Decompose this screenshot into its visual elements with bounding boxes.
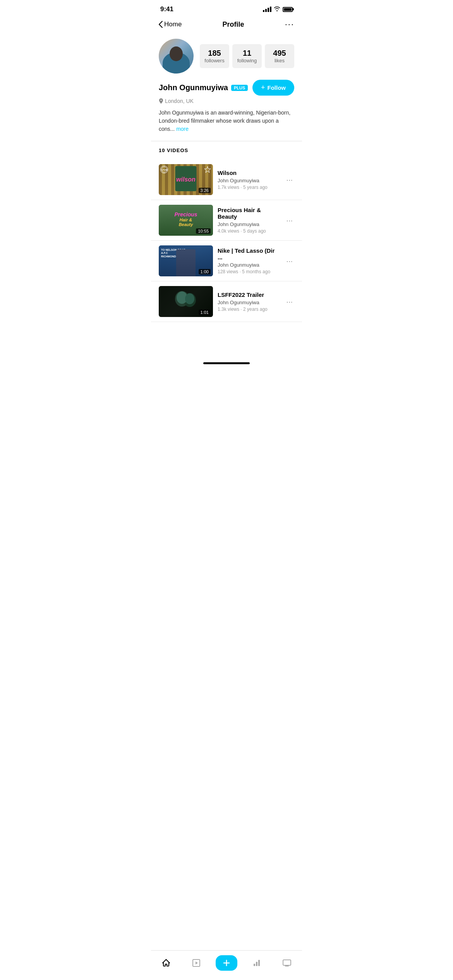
list-item[interactable]: Precious Hair & Beauty 10:55 Precious Ha… <box>151 200 302 241</box>
plus-badge: PLUS <box>231 85 248 91</box>
status-icons <box>263 6 293 12</box>
follow-button[interactable]: + Follow <box>252 80 294 96</box>
stat-following[interactable]: 11 following <box>232 44 262 68</box>
plus-icon: + <box>261 84 265 92</box>
video-meta: 1.7k views · 5 years ago <box>218 185 280 190</box>
video-author: John Ogunmuyiwa <box>218 221 280 227</box>
list-item[interactable]: TO NELSON ROADA.F.CRICHMOND 1:00 Nike | … <box>151 241 302 281</box>
battery-icon <box>283 7 293 12</box>
video-info: Wilson John Ogunmuyiwa 1.7k views · 5 ye… <box>218 170 280 190</box>
videos-section: 10 VIDEOS <box>151 141 302 153</box>
profile-bio: John Ogunmuyiwa is an award-winning, Nig… <box>159 109 294 133</box>
location-text: London, UK <box>165 98 194 104</box>
video-author: John Ogunmuyiwa <box>218 178 280 183</box>
followers-label: followers <box>203 58 226 63</box>
likes-label: likes <box>268 58 291 63</box>
wifi-icon <box>274 6 280 12</box>
video-meta: 128 views · 5 months ago <box>218 269 280 274</box>
profile-name: John Ogunmuyiwa <box>159 83 228 92</box>
video-title: LSFF2022 Trailer <box>218 291 280 298</box>
video-author: John Ogunmuyiwa <box>218 300 280 305</box>
video-more-button[interactable]: ··· <box>285 255 294 267</box>
following-count: 11 <box>235 49 259 58</box>
avatar[interactable] <box>159 39 194 74</box>
list-item[interactable]: 1:01 LSFF2022 Trailer John Ogunmuyiwa 1.… <box>151 281 302 322</box>
video-more-button[interactable]: ··· <box>285 296 294 308</box>
svg-marker-2 <box>204 166 211 173</box>
video-title: Nike | Ted Lasso (Dir ... <box>218 247 280 260</box>
video-duration: 1:00 <box>199 269 211 274</box>
more-button[interactable]: ··· <box>285 19 294 29</box>
svg-point-7 <box>185 293 194 304</box>
video-author: John Ogunmuyiwa <box>218 262 280 268</box>
wilson-label: wilson <box>176 176 196 183</box>
status-time: 9:41 <box>160 5 173 13</box>
video-duration: 1:01 <box>199 310 211 315</box>
video-info: Precious Hair & Beauty John Ogunmuyiwa 4… <box>218 207 280 234</box>
video-meta: 4.0k views · 5 days ago <box>218 228 280 234</box>
video-title: Wilson <box>218 170 280 176</box>
signal-icon <box>263 7 271 12</box>
videos-header: 10 VIDEOS <box>159 147 294 153</box>
nav-bar: Home Profile ··· <box>151 16 302 34</box>
profile-section: 185 followers 11 following 495 likes Joh… <box>151 34 302 141</box>
video-more-button[interactable]: ··· <box>285 174 294 186</box>
back-button[interactable]: Home <box>159 21 182 28</box>
list-item[interactable]: wilson FUTURE 2018 3:26 Wilson John Ogun… <box>151 159 302 200</box>
video-thumbnail: 1:01 <box>159 286 213 317</box>
follow-label: Follow <box>268 84 286 91</box>
back-label: Home <box>164 21 182 28</box>
video-title: Precious Hair & Beauty <box>218 207 280 220</box>
chevron-left-icon <box>159 21 163 28</box>
home-indicator <box>151 361 302 367</box>
video-info: Nike | Ted Lasso (Dir ... John Ogunmuyiw… <box>218 247 280 274</box>
likes-count: 495 <box>268 49 291 58</box>
stat-followers[interactable]: 185 followers <box>200 44 229 68</box>
stats-container: 185 followers 11 following 495 likes <box>200 44 294 68</box>
video-duration: 10:55 <box>196 228 211 234</box>
festival-badge-right: 2018 <box>204 166 211 175</box>
video-thumbnail: wilson FUTURE 2018 3:26 <box>159 164 213 195</box>
location-icon <box>159 98 163 104</box>
video-duration: 3:26 <box>199 188 211 193</box>
video-thumbnail: Precious Hair & Beauty 10:55 <box>159 205 213 236</box>
profile-top: 185 followers 11 following 495 likes <box>159 39 294 74</box>
video-thumbnail: TO NELSON ROADA.F.CRICHMOND 1:00 <box>159 245 213 276</box>
stat-likes[interactable]: 495 likes <box>265 44 294 68</box>
following-label: following <box>235 58 259 63</box>
profile-location: London, UK <box>159 98 294 104</box>
video-info: LSFF2022 Trailer John Ogunmuyiwa 1.3k vi… <box>218 291 280 312</box>
video-list: wilson FUTURE 2018 3:26 Wilson John Ogun… <box>151 159 302 322</box>
festival-badge-left: FUTURE <box>160 166 168 173</box>
profile-info-row: John Ogunmuyiwa PLUS + Follow <box>159 80 294 96</box>
followers-count: 185 <box>203 49 226 58</box>
svg-text:FUTURE: FUTURE <box>161 169 167 171</box>
profile-name-row: John Ogunmuyiwa PLUS <box>159 83 248 92</box>
lsff-faces <box>170 289 201 314</box>
status-bar: 9:41 <box>151 0 302 16</box>
video-meta: 1.3k views · 2 years ago <box>218 307 280 312</box>
video-more-button[interactable]: ··· <box>285 214 294 226</box>
bio-more-link[interactable]: more <box>176 126 189 132</box>
precious-label: Precious Hair & Beauty <box>172 212 199 227</box>
page-title: Profile <box>223 21 244 29</box>
